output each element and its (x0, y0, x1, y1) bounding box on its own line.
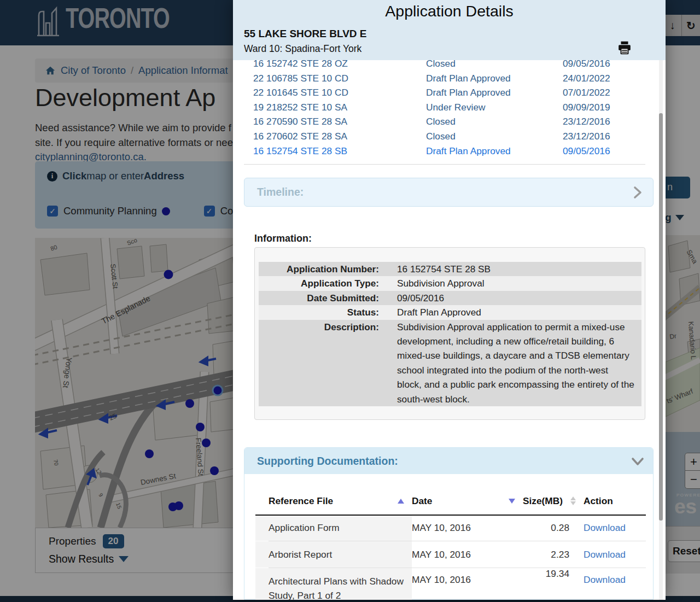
sort-desc-icon (509, 499, 515, 504)
table-header-rule (255, 515, 646, 516)
info-row-description: Description: Subdivision Approval applic… (259, 320, 641, 406)
document-row: Architectural Plans with Shadow Study, P… (269, 568, 646, 600)
application-status: Under Review (426, 100, 486, 115)
application-date: 23/12/2016 (563, 114, 610, 129)
column-label: Action (584, 495, 613, 507)
modal-scrollbar-thumb[interactable] (659, 113, 663, 521)
timeline-label: Timeline: (257, 178, 304, 206)
document-name: Architectural Plans with Shadow Study, P… (255, 568, 412, 600)
info-label: Application Type: (259, 276, 397, 290)
application-row[interactable]: 16 270602 STE 28 SA Closed 23/12/2016 (233, 129, 666, 144)
application-date: 07/01/2022 (563, 85, 610, 100)
document-date: MAY 10, 2016 (412, 543, 523, 566)
sort-both-icon (570, 496, 576, 505)
application-status: Draft Plan Approved (426, 85, 511, 100)
column-size[interactable]: Size(MB) (523, 495, 584, 507)
application-status: Closed (426, 129, 456, 144)
application-status: Draft Plan Approved (426, 71, 511, 86)
supporting-documentation-title: Supporting Documentation: (257, 448, 398, 474)
modal-address: 55 LAKE SHORE BLVD E (244, 28, 367, 40)
documents-table: Reference File Date Size(MB) Action (269, 487, 646, 600)
information-table: Application Number: 16 152754 STE 28 SB … (259, 262, 641, 406)
application-number[interactable]: 16 270602 STE 28 SA (253, 129, 347, 144)
timeline-section[interactable]: Timeline: (244, 178, 654, 207)
chevron-down-icon (631, 457, 644, 466)
supporting-documentation-section: Supporting Documentation: Reference File… (244, 447, 654, 600)
document-name: Application Form (255, 515, 412, 541)
document-date: MAY 10, 2016 (412, 516, 523, 540)
document-size: 0.28 (523, 522, 584, 534)
application-date: 23/12/2016 (563, 129, 610, 144)
sort-asc-icon (398, 499, 404, 504)
application-status: Draft Plan Approved (426, 144, 511, 159)
modal-header: Application Details 55 LAKE SHORE BLVD E… (233, 0, 666, 60)
download-link[interactable]: Download (584, 549, 626, 560)
document-date: MAY 10, 2016 (412, 568, 523, 592)
modal-ward: Ward 10: Spadina-Fort York (244, 43, 361, 55)
application-number[interactable]: 16 152754 STE 28 SB (253, 144, 347, 159)
chevron-right-icon (633, 186, 642, 199)
application-number[interactable]: 22 101645 STE 10 CD (253, 85, 348, 100)
application-number[interactable]: 19 218252 STE 10 SA (253, 100, 347, 115)
document-row: Arborist Report MAY 10, 2016 2.23 Downlo… (269, 541, 646, 568)
application-date: 24/01/2022 (563, 71, 610, 86)
document-name: Arborist Report (255, 541, 412, 568)
document-size: 2.23 (523, 549, 584, 560)
info-row: Application Number: 16 152754 STE 28 SB (259, 262, 641, 276)
application-row[interactable]: 19 218252 STE 10 SA Under Review 09/09/2… (233, 100, 666, 115)
application-status: Closed (426, 114, 456, 129)
document-size: 19.34 (523, 568, 584, 580)
application-date: 09/05/2016 (563, 144, 610, 159)
application-list: 16 152742 STE 28 OZ Closed 09/05/2016 22… (233, 56, 666, 158)
screen: TORONTO ↓ ↻ City of Toronto / Applicatio… (0, 0, 700, 602)
column-label: Date (412, 495, 432, 507)
info-value: Subdivision Approval (397, 276, 635, 290)
column-action: Action (584, 495, 646, 507)
modal-title: Application Details (233, 2, 666, 20)
print-button[interactable] (617, 40, 632, 55)
application-row[interactable]: 22 101645 STE 10 CD Draft Plan Approved … (233, 85, 666, 100)
application-row[interactable]: 22 106785 STE 10 CD Draft Plan Approved … (233, 71, 666, 86)
column-label: Reference File (269, 495, 333, 507)
info-value: 09/05/2016 (397, 291, 635, 305)
application-row-selected[interactable]: 16 152754 STE 28 SB Draft Plan Approved … (233, 144, 666, 159)
application-number[interactable]: 16 270590 STE 28 SA (253, 114, 347, 129)
column-reference-file[interactable]: Reference File (269, 495, 412, 507)
application-number[interactable]: 22 106785 STE 10 CD (253, 71, 348, 86)
download-link[interactable]: Download (584, 574, 626, 585)
application-date: 09/09/2019 (563, 100, 610, 115)
documents-table-header: Reference File Date Size(MB) Action (269, 487, 646, 515)
column-label: Size(MB) (523, 495, 563, 507)
column-date[interactable]: Date (412, 495, 523, 507)
list-divider (244, 164, 645, 165)
information-heading: Information: (254, 233, 312, 244)
info-row: Status: Draft Plan Approved (259, 305, 641, 319)
information-panel: Application Number: 16 152754 STE 28 SB … (254, 247, 645, 420)
info-value: Subdivision Approval application to perm… (397, 320, 635, 406)
info-value: Draft Plan Approved (397, 305, 635, 319)
application-row[interactable]: 16 270590 STE 28 SA Closed 23/12/2016 (233, 114, 666, 129)
info-value: 16 152754 STE 28 SB (397, 262, 635, 276)
download-link[interactable]: Download (584, 522, 626, 533)
info-row: Application Type: Subdivision Approval (259, 276, 641, 290)
info-label: Description: (259, 320, 397, 406)
application-details-modal: 16 152742 STE 28 OZ Closed 09/05/2016 22… (233, 0, 666, 600)
document-row: Application Form MAY 10, 2016 0.28 Downl… (269, 515, 646, 541)
info-label: Application Number: (259, 262, 397, 276)
info-row: Date Submitted: 09/05/2016 (259, 291, 641, 305)
info-label: Status: (259, 305, 397, 319)
info-label: Date Submitted: (259, 291, 397, 305)
supporting-documentation-header[interactable]: Supporting Documentation: (244, 448, 653, 474)
